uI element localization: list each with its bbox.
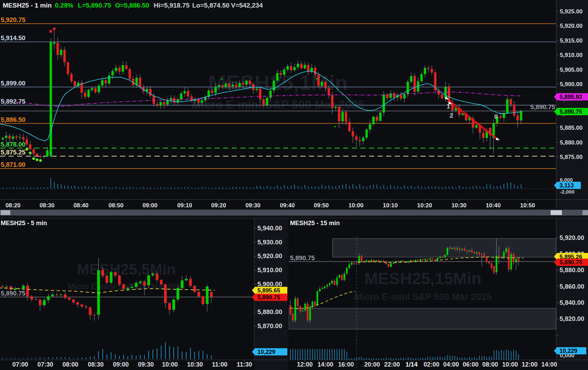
svg-text:09:00: 09:00: [113, 361, 129, 368]
svg-text:08:20: 08:20: [5, 202, 20, 209]
svg-text:5,930.00: 5,930.00: [257, 239, 282, 246]
svg-text:08:30: 08:30: [88, 361, 104, 368]
svg-text:5,890.75: 5,890.75: [1, 290, 25, 297]
svg-text:5,890.75: 5,890.75: [290, 254, 315, 262]
svg-text:5,880.00: 5,880.00: [560, 139, 583, 146]
svg-text:20:00: 20:00: [364, 361, 380, 368]
svg-text:5,880.00: 5,880.00: [560, 266, 584, 274]
svg-text:5,900.00: 5,900.00: [257, 280, 282, 288]
svg-text:10:50: 10:50: [520, 202, 535, 209]
svg-text:1: 1: [447, 103, 450, 110]
svg-text:12:00: 12:00: [297, 361, 313, 368]
svg-text:0: 0: [494, 113, 498, 120]
svg-text:08:00: 08:00: [482, 361, 498, 368]
svg-text:07:00: 07:00: [12, 361, 28, 368]
svg-text:09:20: 09:20: [211, 202, 226, 209]
svg-text:04:00: 04:00: [443, 361, 459, 368]
svg-text:5,925.00: 5,925.00: [560, 8, 583, 15]
svg-text:L=5,890.75: L=5,890.75: [78, 2, 111, 9]
svg-text:10:30: 10:30: [187, 361, 203, 368]
svg-text:5,890.75: 5,890.75: [257, 294, 280, 301]
svg-text:V=542,234: V=542,234: [231, 2, 263, 9]
svg-text:09:10: 09:10: [177, 202, 192, 209]
svg-text:3,113: 3,113: [560, 182, 574, 189]
svg-text:MESH25 - 5 min: MESH25 - 5 min: [1, 220, 47, 227]
svg-text:5,890.75: 5,890.75: [560, 259, 582, 266]
svg-text:5,900.00: 5,900.00: [560, 81, 583, 88]
svg-text:5,871.00: 5,871.00: [1, 161, 25, 168]
svg-text:10:10: 10:10: [383, 202, 397, 209]
svg-text:5,920.75: 5,920.75: [1, 16, 25, 23]
svg-text:14:00: 14:00: [318, 361, 333, 368]
svg-text:5,840.00: 5,840.00: [560, 299, 584, 306]
svg-text:MESH25 - 15 min: MESH25 - 15 min: [290, 220, 340, 227]
svg-text:Micro E-mini S&P 500 Mar 2025: Micro E-mini S&P 500 Mar 2025: [68, 282, 185, 291]
svg-text:-2,000: -2,000: [560, 189, 575, 195]
svg-text:5,878.00: 5,878.00: [1, 141, 25, 148]
svg-text:5,820.00: 5,820.00: [560, 315, 584, 322]
svg-text:08:50: 08:50: [108, 202, 123, 209]
svg-text:MESH25,15Min: MESH25,15Min: [364, 269, 481, 288]
svg-text:08:40: 08:40: [73, 202, 88, 209]
svg-text:5,920.00: 5,920.00: [257, 252, 282, 259]
svg-text:MESH25,5Min: MESH25,5Min: [77, 261, 176, 278]
svg-text:11:30: 11:30: [237, 361, 252, 368]
svg-text:08:00: 08:00: [62, 361, 78, 368]
svg-text:5,892.75: 5,892.75: [1, 98, 25, 105]
svg-text:5,860.00: 5,860.00: [560, 283, 584, 290]
svg-text:11:00: 11:00: [212, 361, 227, 368]
svg-text:09:00: 09:00: [142, 202, 157, 209]
svg-text:2: 2: [450, 112, 453, 119]
svg-text:5,940.00: 5,940.00: [257, 224, 282, 232]
svg-text:6,000: 6,000: [560, 177, 573, 183]
svg-text:5,875.00: 5,875.00: [560, 154, 583, 160]
svg-text:5,899.00: 5,899.00: [1, 80, 25, 87]
svg-text:10:00: 10:00: [162, 361, 178, 368]
svg-text:5,905.00: 5,905.00: [560, 67, 583, 73]
svg-text:22:00: 22:00: [384, 361, 400, 368]
svg-text:10:00: 10:00: [502, 361, 518, 368]
svg-text:14:00: 14:00: [541, 361, 557, 368]
svg-text:08:30: 08:30: [39, 202, 54, 209]
svg-text:5,914.50: 5,914.50: [1, 34, 25, 42]
svg-text:5,910.00: 5,910.00: [257, 266, 282, 274]
svg-text:Micro E-mini S&P 500 Mar 2025: Micro E-mini S&P 500 Mar 2025: [354, 292, 492, 302]
svg-text:5,885.00: 5,885.00: [560, 125, 583, 131]
svg-text:10:40: 10:40: [486, 202, 500, 209]
svg-text:5,875.25: 5,875.25: [1, 149, 25, 156]
svg-text:09:40: 09:40: [280, 202, 295, 209]
svg-text:5,895.93: 5,895.93: [560, 94, 582, 100]
svg-text:12:00: 12:00: [522, 361, 538, 368]
svg-text:O=5,886.50: O=5,886.50: [115, 2, 149, 9]
svg-text:09:30: 09:30: [138, 361, 154, 368]
svg-text:10,229: 10,229: [257, 349, 275, 355]
svg-text:5,920.00: 5,920.00: [560, 23, 583, 29]
svg-text:09:30: 09:30: [245, 202, 260, 209]
svg-text:Hi=5,918.75: Hi=5,918.75: [154, 2, 189, 9]
svg-text:5,915.00: 5,915.00: [560, 37, 583, 44]
svg-text:5,890.75: 5,890.75: [530, 103, 555, 111]
svg-text:02:00: 02:00: [424, 361, 439, 368]
svg-text:5,880.00: 5,880.00: [257, 308, 282, 315]
svg-text:07:30: 07:30: [37, 361, 53, 368]
svg-text:10:00: 10:00: [348, 202, 363, 209]
svg-text:5,890.75: 5,890.75: [560, 108, 582, 115]
svg-text:5,920.00: 5,920.00: [560, 234, 584, 241]
svg-text:10,229: 10,229: [560, 348, 577, 354]
svg-text:5,886.50: 5,886.50: [1, 116, 25, 123]
svg-text:5,870.00: 5,870.00: [257, 322, 282, 329]
svg-text:5,910.00: 5,910.00: [560, 52, 583, 58]
svg-text:Lo=5,874.50: Lo=5,874.50: [192, 2, 229, 9]
svg-text:0.28%: 0.28%: [55, 2, 73, 9]
svg-text:16:00: 16:00: [338, 361, 354, 368]
svg-text:10:30: 10:30: [451, 202, 466, 209]
svg-text:5,895.65: 5,895.65: [257, 287, 280, 294]
svg-text:09:50: 09:50: [314, 202, 328, 209]
svg-text:10:20: 10:20: [417, 202, 432, 209]
svg-text:MESH25 - 1 min: MESH25 - 1 min: [3, 2, 52, 9]
svg-text:1/14: 1/14: [405, 361, 417, 368]
svg-text:06:00: 06:00: [463, 361, 479, 368]
